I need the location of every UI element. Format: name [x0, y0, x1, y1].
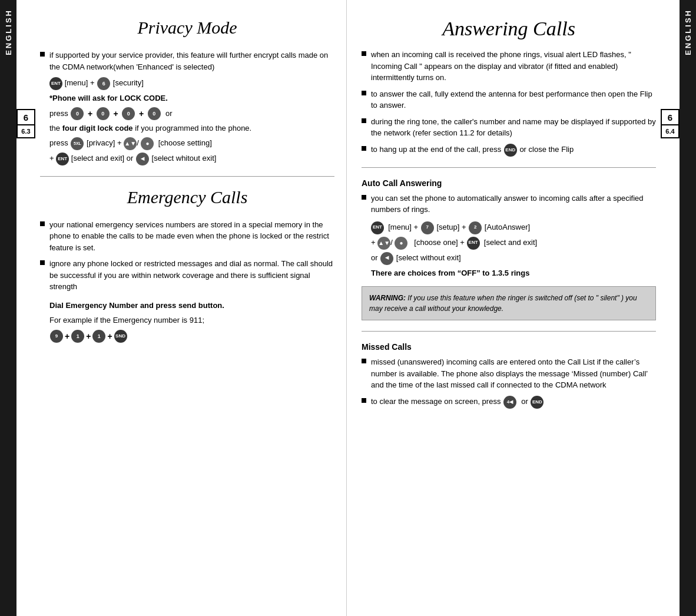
- end-btn-2: END: [531, 396, 543, 409]
- clear-btn: 4◀: [503, 396, 516, 409]
- auto-call-heading: Auto Call Answering: [362, 178, 656, 188]
- enter-btn-3: ENT: [371, 221, 384, 234]
- select-exit: + ENT [select and exit] or ◀ [select whi…: [49, 153, 334, 165]
- abc-btn: 2: [469, 221, 482, 234]
- emergency-buttons: 9 + 1 + 1 + SND: [49, 330, 334, 343]
- emergency-bullet-1: your national emergency services numbers…: [40, 219, 334, 254]
- security-btn: 6: [97, 77, 110, 90]
- bullet-icon-7: [362, 146, 366, 151]
- bullet-icon-4: [362, 51, 366, 56]
- warning-text: If you use this feature when the ringer …: [369, 294, 637, 313]
- missed-bullet-2: to clear the message on screen, press 4◀…: [362, 396, 656, 409]
- missed-calls-heading: Missed Calls: [362, 342, 656, 352]
- 5xl-btn: 5XL: [71, 137, 84, 150]
- enter-btn-2: ENT: [56, 153, 69, 165]
- auto-call-instructions-3: or ◀ [select without exit]: [371, 252, 656, 265]
- nav-2: ●: [141, 137, 154, 150]
- missed-bullet-1: missed (unanswered) incoming calls are e…: [362, 356, 656, 391]
- enter-btn-4: ENT: [467, 237, 480, 250]
- sidebar-right: ENGLISH: [680, 0, 696, 616]
- missed-bullet-2-text: to clear the message on screen, press 4◀…: [371, 396, 656, 409]
- emergency-bullet-2: ignore any phone locked or restricted me…: [40, 258, 334, 293]
- chapter-sub-right: 6.4: [661, 125, 680, 138]
- nav-ud-2: ▲▼: [377, 237, 390, 250]
- chapter-number-right: 6: [661, 109, 680, 125]
- zero-btn-1: 0: [71, 107, 84, 120]
- sidebar-left-label: ENGLISH: [4, 9, 13, 55]
- divider-3: [362, 331, 656, 332]
- divider-1: [40, 176, 334, 177]
- one-btn-1: 1: [71, 330, 84, 343]
- zero-btn-2: 0: [97, 107, 110, 120]
- sidebar-right-label: ENGLISH: [684, 9, 692, 55]
- auto-call-bullet-1: you can set the phone to automatically a…: [362, 193, 656, 216]
- send-btn: SND: [114, 330, 127, 343]
- back-btn: ◀: [136, 153, 149, 165]
- bullet-icon-10: [362, 398, 366, 403]
- answering-bullet-4-text: to hang up at the end of the call, press…: [371, 144, 656, 157]
- answering-calls-title: Answering Calls: [362, 18, 656, 40]
- auto-call-bullet-1-text: you can set the phone to automatically a…: [371, 193, 656, 216]
- answering-bullet-4: to hang up at the end of the call, press…: [362, 144, 656, 157]
- nine-btn: 9: [50, 330, 63, 343]
- setup-btn: 7: [421, 221, 434, 234]
- bullet-icon-6: [362, 118, 366, 123]
- enter-btn-1: ENT: [49, 77, 62, 90]
- bullet-icon-5: [362, 91, 366, 95]
- nav-up-down: ▲▼: [124, 137, 137, 150]
- divider-2: [362, 167, 656, 168]
- bullet-icon-1: [40, 52, 45, 57]
- auto-call-bullets: you can set the phone to automatically a…: [362, 193, 656, 216]
- bullet-icon-3: [40, 260, 45, 265]
- one-btn-2: 1: [92, 330, 105, 343]
- chapter-sub-left: 6.3: [16, 125, 35, 138]
- privacy-bullet-1-text: if supported by your service provider, t…: [49, 49, 334, 72]
- bullet-icon-9: [362, 359, 366, 363]
- emergency-bullet-2-text: ignore any phone locked or restricted me…: [49, 258, 334, 293]
- four-digit-text: the four digit lock code if you programm…: [49, 122, 334, 135]
- warning-box: WARNING: If you use this feature when th…: [362, 286, 656, 320]
- answering-bullet-1: when an incoming call is received the ph…: [362, 49, 656, 84]
- auto-call-instructions: ENT [menu] + 7 [setup] + 2 [AutoAnswer]: [371, 221, 656, 234]
- privacy-mode-title: Privacy Mode: [40, 18, 334, 38]
- nav-3: ●: [395, 237, 407, 250]
- answering-bullet-3-text: during the ring tone, the caller's numbe…: [371, 116, 656, 139]
- left-column: Privacy Mode if supported by your servic…: [34, 0, 347, 616]
- example-text: For example if the Emergency number is 9…: [49, 314, 334, 327]
- sidebar-left: ENGLISH: [0, 0, 16, 616]
- privacy-bullets: if supported by your service provider, t…: [40, 49, 334, 165]
- emergency-bullets: your national emergency services numbers…: [40, 219, 334, 293]
- chapter-marker-right: 6 6.4: [661, 109, 680, 138]
- auto-call-instructions-2: + ▲▼/ ● [choose one] + ENT [select and e…: [371, 237, 656, 250]
- press-privacy: press 5XL [privacy] + ▲▼/ ● [choose sett…: [49, 137, 334, 150]
- main-container: Privacy Mode if supported by your servic…: [34, 0, 662, 616]
- answering-bullet-2-text: to answer the call, fully extend the ant…: [371, 88, 656, 111]
- emergency-bullet-1-text: your national emergency services numbers…: [49, 219, 334, 254]
- answering-bullets: when an incoming call is received the ph…: [362, 49, 656, 157]
- choices-text: There are choices from “OFF” to 1.3.5 ri…: [371, 267, 656, 280]
- zero-btn-4: 0: [148, 107, 161, 120]
- missed-bullet-1-text: missed (unanswered) incoming calls are e…: [371, 356, 656, 391]
- end-btn: END: [504, 144, 517, 157]
- answering-bullet-2: to answer the call, fully extend the ant…: [362, 88, 656, 111]
- chapter-marker-left: 6 6.3: [16, 109, 35, 138]
- right-column: Answering Calls when an incoming call is…: [347, 0, 662, 616]
- privacy-bullet-1: if supported by your service provider, t…: [40, 49, 334, 72]
- dial-heading: Dial Emergency Number and press send but…: [49, 300, 334, 312]
- bullet-icon-8: [362, 195, 366, 200]
- lock-code-notice: *Phone will ask for LOCK CODE.: [49, 92, 334, 105]
- press-keys: press 0 + 0 + 0 + 0 or: [49, 107, 334, 120]
- zero-btn-3: 0: [122, 107, 135, 120]
- privacy-menu-instruction: ENT [menu] + 6 [security]: [49, 77, 334, 90]
- emergency-calls-title: Emergency Calls: [40, 187, 334, 207]
- answering-bullet-1-text: when an incoming call is received the ph…: [371, 49, 656, 84]
- answering-bullet-3: during the ring tone, the caller's numbe…: [362, 116, 656, 139]
- bullet-icon-2: [40, 221, 45, 226]
- missed-bullets: missed (unanswered) incoming calls are e…: [362, 356, 656, 409]
- warning-label: WARNING:: [369, 294, 406, 302]
- chapter-number-left: 6: [16, 109, 35, 125]
- back-btn-2: ◀: [380, 252, 393, 265]
